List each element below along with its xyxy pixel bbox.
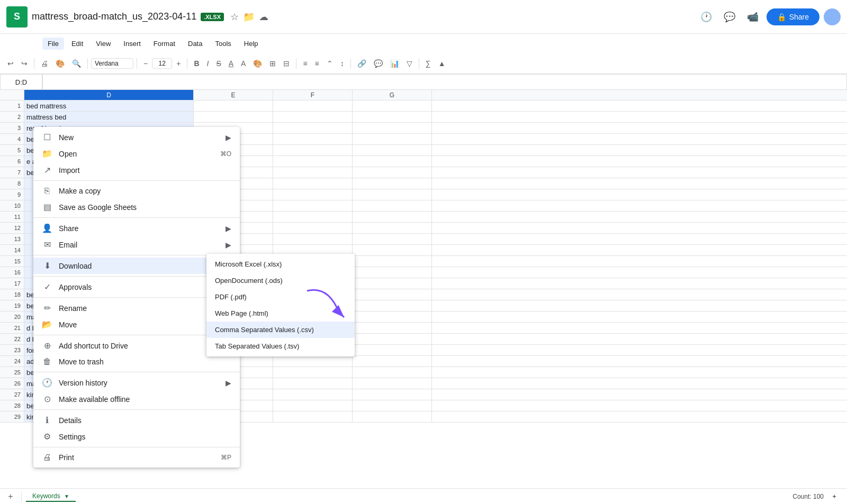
menu-item-import[interactable]: ↗Import	[33, 162, 240, 178]
font-size[interactable]: 12	[152, 58, 172, 69]
strike-btn[interactable]: S	[213, 57, 224, 70]
download-option-4[interactable]: Comma Separated Values (.csv)	[206, 322, 355, 338]
cell-e-1[interactable]	[194, 100, 273, 111]
function-btn[interactable]: ∑	[422, 57, 434, 70]
cell-g-14[interactable]	[353, 245, 432, 255]
cell-f-27[interactable]	[273, 389, 353, 400]
comment-btn[interactable]: 💬	[371, 57, 386, 70]
undo-btn[interactable]: ↩	[4, 57, 17, 70]
cloud-icon[interactable]: ☁	[259, 11, 268, 23]
cell-f-10[interactable]	[273, 200, 353, 211]
collapse-toolbar-btn[interactable]: ▲	[435, 57, 449, 70]
zoom-btn[interactable]: 🔍	[69, 57, 84, 70]
cell-g-11[interactable]	[353, 212, 432, 222]
history-icon[interactable]: 🕐	[697, 7, 716, 26]
chart-btn[interactable]: 📊	[387, 57, 402, 70]
download-option-3[interactable]: Web Page (.html)	[206, 305, 355, 322]
filter-btn[interactable]: ▽	[403, 57, 416, 70]
paint-btn[interactable]: 🎨	[52, 57, 68, 70]
cell-g-8[interactable]	[353, 178, 432, 189]
cell-g-23[interactable]	[353, 345, 432, 355]
cell-f-3[interactable]	[273, 123, 353, 133]
menu-item-new[interactable]: ☐New▶	[33, 129, 240, 145]
cell-g-21[interactable]	[353, 323, 432, 333]
cell-g-22[interactable]	[353, 334, 432, 344]
cell-f-29[interactable]	[273, 411, 353, 422]
cell-f-25[interactable]	[273, 367, 353, 378]
cell-g-6[interactable]	[353, 156, 432, 167]
cell-f-24[interactable]	[273, 356, 353, 366]
borders-btn[interactable]: ⊞	[266, 57, 279, 70]
cell-f-4[interactable]	[273, 134, 353, 144]
italic-btn[interactable]: I	[204, 57, 212, 70]
font-selector[interactable]: Verdana	[91, 58, 133, 69]
valign-btn[interactable]: ≡	[312, 57, 322, 70]
cell-g-7[interactable]	[353, 167, 432, 178]
cell-g-5[interactable]	[353, 145, 432, 155]
cell-g-12[interactable]	[353, 223, 432, 233]
menu-item-version-history[interactable]: 🕐Version history▶	[33, 374, 240, 391]
share-button[interactable]: 🔒 Share	[767, 8, 819, 25]
cell-g-24[interactable]	[353, 356, 432, 366]
folder-icon[interactable]: 📁	[243, 11, 255, 23]
merge-btn[interactable]: ⊟	[280, 57, 293, 70]
underline-btn[interactable]: A	[226, 57, 237, 70]
font-size-increase[interactable]: +	[173, 57, 184, 70]
bold-btn[interactable]: B	[191, 57, 202, 70]
menu-edit[interactable]: Edit	[66, 38, 88, 50]
cell-g-3[interactable]	[353, 123, 432, 133]
menu-tools[interactable]: Tools	[210, 38, 236, 50]
fill-color-btn[interactable]: 🎨	[250, 57, 265, 70]
cell-f-9[interactable]	[273, 189, 353, 200]
cell-g-4[interactable]	[353, 134, 432, 144]
font-size-decrease[interactable]: −	[140, 57, 151, 70]
menu-item-save-google[interactable]: ▤Save as Google Sheets	[33, 199, 240, 215]
cell-f-13[interactable]	[273, 234, 353, 244]
cell-e-2[interactable]	[194, 112, 273, 122]
comment-icon[interactable]: 💬	[720, 7, 739, 26]
menu-item-settings[interactable]: ⚙Settings	[33, 428, 240, 445]
video-icon[interactable]: 📹	[743, 7, 762, 26]
cell-f-8[interactable]	[273, 178, 353, 189]
cell-f-11[interactable]	[273, 212, 353, 222]
cell-g-27[interactable]	[353, 389, 432, 400]
link-btn[interactable]: 🔗	[354, 57, 370, 70]
wrap-btn[interactable]: ⌃	[323, 57, 336, 70]
menu-format[interactable]: Format	[148, 38, 181, 50]
menu-item-open[interactable]: 📁Open⌘O	[33, 145, 240, 162]
cell-g-29[interactable]	[353, 411, 432, 422]
cell-f-1[interactable]	[273, 100, 353, 111]
download-option-5[interactable]: Tab Separated Values (.tsv)	[206, 338, 355, 354]
cell-f-26[interactable]	[273, 378, 353, 389]
col-header-d[interactable]: D	[24, 90, 194, 100]
cell-g-17[interactable]	[353, 278, 432, 289]
cell-g-15[interactable]	[353, 256, 432, 267]
menu-item-make-copy[interactable]: ⎘Make a copy	[33, 183, 240, 199]
cell-g-16[interactable]	[353, 267, 432, 278]
menu-file[interactable]: File	[42, 38, 64, 50]
menu-view[interactable]: View	[91, 38, 116, 50]
cell-f-6[interactable]	[273, 156, 353, 167]
rotate-btn[interactable]: ↕	[337, 57, 347, 70]
download-option-2[interactable]: PDF (.pdf)	[206, 289, 355, 305]
cell-g-28[interactable]	[353, 400, 432, 411]
redo-btn[interactable]: ↪	[18, 57, 31, 70]
cell-g-13[interactable]	[353, 234, 432, 244]
cell-f-12[interactable]	[273, 223, 353, 233]
add-sheet-button[interactable]: +	[4, 490, 17, 503]
add-row-button[interactable]: +	[828, 490, 841, 503]
align-btn[interactable]: ≡	[300, 57, 310, 70]
cell-g-20[interactable]	[353, 311, 432, 322]
cell-g-1[interactable]	[353, 100, 432, 111]
menu-item-share[interactable]: 👤Share▶	[33, 220, 240, 236]
cell-g-26[interactable]	[353, 378, 432, 389]
cell-g-10[interactable]	[353, 200, 432, 211]
menu-insert[interactable]: Insert	[118, 38, 146, 50]
cell-f-28[interactable]	[273, 400, 353, 411]
col-header-e[interactable]: E	[194, 90, 273, 100]
download-option-1[interactable]: OpenDocument (.ods)	[206, 272, 355, 289]
menu-item-details[interactable]: ℹDetails	[33, 412, 240, 428]
col-header-f[interactable]: F	[273, 90, 353, 100]
menu-item-make-offline[interactable]: ⊙Make available offline	[33, 391, 240, 407]
star-icon[interactable]: ☆	[230, 11, 239, 23]
